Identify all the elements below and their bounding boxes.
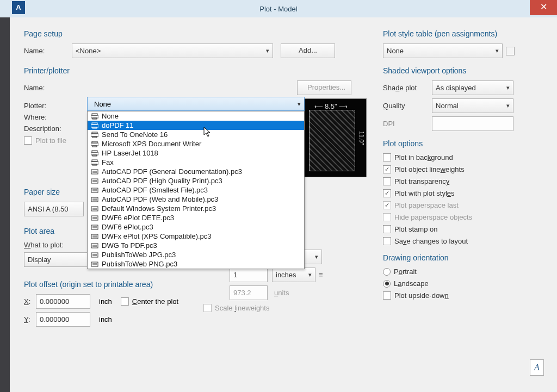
printer-option-label: HP LaserJet 1018	[102, 149, 158, 157]
group-plot-options: Plot options	[383, 139, 547, 148]
printer-option[interactable]: DWG To PDF.pc3	[88, 241, 304, 250]
what-to-plot-select[interactable]: Display ▾	[24, 252, 95, 267]
center-plot-checkbox[interactable]	[121, 297, 129, 306]
chevron-down-icon: ▾	[496, 47, 499, 54]
landscape-radio[interactable]	[383, 280, 391, 288]
group-shaded: Shaded viewport options	[383, 66, 547, 75]
svg-rect-19	[91, 161, 98, 164]
svg-rect-31	[91, 262, 98, 266]
printer-option[interactable]: DWF6 ePlot DETE.pc3	[88, 213, 304, 222]
save-layout-checkbox[interactable]	[383, 237, 391, 245]
printer-option[interactable]: PublishToWeb PNG.pc3	[88, 259, 304, 269]
svg-rect-28	[91, 234, 98, 239]
printer-name-dropdown[interactable]: NonedoPDF 11Send To OneNote 16Microsoft …	[87, 111, 305, 269]
printer-option[interactable]: Send To OneNote 16	[88, 130, 304, 139]
printer-option[interactable]: Fax	[88, 158, 304, 167]
svg-rect-27	[91, 225, 98, 229]
plotter-config-icon	[91, 224, 98, 231]
plotter-config-icon	[91, 206, 98, 212]
printer-option[interactable]: doPDF 11	[88, 121, 304, 130]
printer-option-label: Default Windows System Printer.pc3	[102, 204, 216, 213]
plot-background-label: Plot in background	[394, 153, 453, 161]
upside-down-checkbox[interactable]	[383, 291, 391, 300]
chevron-down-icon: ▾	[298, 101, 301, 108]
titlebar: A Plot - Model ✕	[0, 0, 557, 17]
plot-lineweights-checkbox[interactable]: ✓	[383, 165, 391, 173]
svg-rect-4	[91, 115, 98, 118]
printer-name-select-open[interactable]: None ▾	[87, 97, 305, 111]
save-layout-label: Save changes to layout	[394, 237, 468, 245]
plot-stamp-checkbox[interactable]	[383, 225, 391, 233]
page-setup-name-value: <None>	[76, 47, 101, 55]
printer-option[interactable]: Microsoft XPS Document Writer	[88, 139, 304, 148]
close-button[interactable]: ✕	[530, 0, 557, 15]
printer-option[interactable]: AutoCAD PDF (High Quality Print).pc3	[88, 176, 304, 185]
printer-option[interactable]: HP LaserJet 1018	[88, 148, 304, 158]
svg-rect-25	[91, 207, 98, 211]
plot-paperspace-label: Plot paperspace last	[394, 201, 459, 209]
printer-option-label: Microsoft XPS Document Writer	[102, 140, 201, 148]
printer-name-label: Name:	[24, 84, 72, 92]
printer-option[interactable]: AutoCAD PDF (Smallest File).pc3	[88, 185, 304, 195]
chevron-down-icon: ▾	[506, 102, 510, 109]
preview-sheet	[309, 110, 355, 171]
svg-rect-8	[92, 127, 97, 128]
plotter-config-icon	[91, 215, 98, 221]
plot-to-file-checkbox	[24, 136, 32, 145]
printer-option-label: DWG To PDF.pc3	[102, 241, 157, 250]
plot-transparency-checkbox[interactable]	[383, 177, 391, 185]
printer-properties-button[interactable]: Properties...	[297, 80, 351, 95]
shade-plot-select[interactable]: As displayed▾	[432, 80, 513, 95]
scale-unit-select[interactable]: inches ▾	[272, 267, 315, 282]
svg-rect-10	[91, 134, 98, 136]
plotter-config-icon	[91, 233, 98, 240]
printer-option[interactable]: AutoCAD PDF (General Documentation).pc3	[88, 167, 304, 176]
printer-icon	[91, 159, 98, 166]
printer-option[interactable]: AutoCAD PDF (Web and Mobile).pc3	[88, 195, 304, 204]
quality-select[interactable]: Normal▾	[432, 98, 513, 113]
printer-option[interactable]: DWF6 ePlot.pc3	[88, 222, 304, 232]
offset-y-label: Y:	[24, 315, 36, 323]
printer-option[interactable]: Default Windows System Printer.pc3	[88, 204, 304, 213]
printer-icon	[91, 150, 98, 157]
svg-rect-16	[91, 152, 98, 155]
where-label: Where:	[24, 113, 72, 121]
page-setup-name-select[interactable]: <None> ▾	[72, 43, 273, 58]
plotter-config-icon	[91, 261, 98, 267]
group-orientation: Drawing orientation	[383, 253, 547, 262]
scale-den-label: units	[274, 289, 289, 297]
paper-size-select[interactable]: ANSI A (8.50	[24, 202, 84, 216]
add-page-setup-button[interactable]: Add...	[281, 43, 335, 58]
plotter-config-icon	[91, 252, 98, 258]
plot-style-select[interactable]: None ▾	[383, 43, 503, 58]
plotter-label: Plotter:	[24, 102, 72, 110]
scale-lineweights-checkbox	[203, 304, 212, 312]
svg-rect-24	[91, 197, 98, 202]
plot-stamp-label: Plot stamp on	[394, 225, 438, 233]
offset-x-input[interactable]	[36, 294, 90, 309]
svg-rect-13	[91, 143, 98, 146]
plot-lineweights-label: Plot object lineweights	[394, 165, 465, 173]
plot-to-file-label: Plot to file	[35, 136, 66, 145]
landscape-label: Landscape	[394, 279, 429, 288]
plot-background-checkbox[interactable]	[383, 153, 391, 161]
printer-option-label: AutoCAD PDF (Web and Mobile).pc3	[102, 195, 218, 203]
printer-option[interactable]: None	[88, 111, 304, 121]
offset-y-input[interactable]	[36, 312, 90, 327]
description-label: Description:	[24, 125, 77, 133]
equals-icon: ≡	[319, 271, 323, 279]
hide-paperspace-checkbox	[383, 213, 391, 221]
svg-rect-5	[92, 118, 97, 119]
scale-lineweights-label: Scale lineweights	[215, 304, 269, 312]
printer-option[interactable]: DWFx ePlot (XPS Compatible).pc3	[88, 232, 304, 241]
plot-style-edit-icon[interactable]	[506, 47, 515, 55]
plotter-config-icon	[91, 169, 98, 175]
portrait-label: Portrait	[394, 267, 417, 276]
plot-transparency-label: Plot transparency	[394, 177, 449, 185]
printer-option[interactable]: PublishToWeb JPG.pc3	[88, 250, 304, 259]
svg-rect-29	[91, 244, 98, 248]
scale-num-input[interactable]	[230, 267, 268, 282]
group-printer: Printer/plotter	[24, 66, 367, 75]
portrait-radio[interactable]	[383, 268, 391, 276]
plot-styles-checkbox[interactable]: ✓	[383, 189, 391, 197]
